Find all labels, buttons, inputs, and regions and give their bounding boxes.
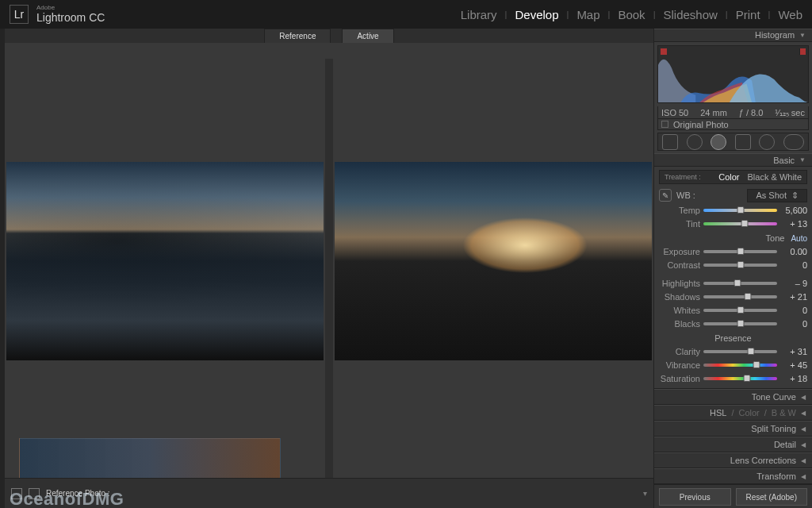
compare-tabs: Reference Active bbox=[5, 29, 653, 43]
image-viewer: Reference Active Reference Photo : ▾ Oce… bbox=[5, 29, 653, 508]
chevron-down-icon[interactable]: ▾ bbox=[643, 489, 647, 498]
contrast-label: Contrast bbox=[659, 260, 700, 270]
app-header: Lr Adobe Lightroom CC Library| Develop| … bbox=[0, 0, 812, 29]
chevron-left-icon: ◀ bbox=[801, 425, 806, 433]
section-tone-curve[interactable]: Tone Curve◀ bbox=[654, 389, 812, 405]
section-detail[interactable]: Detail◀ bbox=[654, 437, 812, 452]
exif-row: ISO 50 24 mm ƒ / 8.0 ¹⁄₁₂₅ sec bbox=[657, 106, 809, 119]
exposure-value: 0.00 bbox=[780, 247, 807, 256]
chevron-left-icon: ◀ bbox=[801, 457, 806, 464]
exposure-label: Exposure bbox=[659, 247, 700, 256]
hsl-color-label: Color bbox=[738, 408, 759, 418]
wb-select[interactable]: As Shot ⇕ bbox=[747, 189, 807, 202]
brush-tool[interactable] bbox=[783, 134, 804, 150]
shadows-value: + 21 bbox=[780, 292, 807, 302]
local-adjust-toolstrip bbox=[657, 133, 809, 151]
whites-value: 0 bbox=[780, 306, 807, 315]
checkbox-icon[interactable] bbox=[661, 121, 668, 128]
slider-saturation[interactable]: Saturation + 18 bbox=[659, 371, 807, 385]
nav-web[interactable]: Web bbox=[778, 8, 802, 21]
white-balance-picker-icon[interactable]: ✎ bbox=[659, 189, 672, 202]
contrast-value: 0 bbox=[780, 260, 807, 270]
treatment-color[interactable]: Color bbox=[718, 172, 739, 182]
slider-exposure[interactable]: Exposure 0.00 bbox=[659, 244, 807, 258]
slider-clarity[interactable]: Clarity + 31 bbox=[659, 344, 807, 358]
tone-curve-label: Tone Curve bbox=[752, 392, 796, 402]
exif-shutter: ¹⁄₁₂₅ sec bbox=[775, 108, 805, 117]
histogram-chart[interactable] bbox=[657, 45, 809, 103]
shadow-clipping-icon[interactable] bbox=[661, 48, 667, 55]
treatment-row: Treatment : Color Black & White bbox=[659, 170, 807, 184]
reset-button[interactable]: Reset (Adobe) bbox=[736, 488, 808, 506]
detail-label: Detail bbox=[774, 440, 796, 449]
nav-map[interactable]: Map bbox=[576, 8, 599, 21]
tint-label: Tint bbox=[659, 219, 700, 229]
slider-highlights[interactable]: Highlights – 9 bbox=[659, 276, 807, 290]
nav-book[interactable]: Book bbox=[618, 8, 645, 21]
brand-app: Lightroom CC bbox=[36, 12, 105, 24]
basic-label: Basic bbox=[773, 156, 795, 165]
tab-reference[interactable]: Reference bbox=[264, 29, 331, 43]
slider-contrast[interactable]: Contrast 0 bbox=[659, 258, 807, 271]
vibrance-value: + 45 bbox=[780, 360, 807, 370]
highlight-clipping-icon[interactable] bbox=[799, 48, 806, 55]
tab-active[interactable]: Active bbox=[342, 29, 393, 43]
section-lens[interactable]: Lens Corrections◀ bbox=[654, 452, 812, 468]
slider-tint[interactable]: Tint + 13 bbox=[659, 217, 807, 230]
pane-divider[interactable] bbox=[325, 59, 333, 508]
vibrance-label: Vibrance bbox=[659, 360, 700, 370]
section-transform[interactable]: Transform◀ bbox=[654, 468, 812, 484]
shadows-label: Shadows bbox=[659, 292, 700, 302]
nav-develop[interactable]: Develop bbox=[515, 8, 558, 21]
section-basic[interactable]: Basic ▼ bbox=[654, 153, 812, 167]
slider-temp[interactable]: Temp 5,600 bbox=[659, 203, 807, 217]
chevron-left-icon: ◀ bbox=[801, 441, 806, 448]
slider-shadows[interactable]: Shadows + 21 bbox=[659, 290, 807, 303]
highlights-label: Highlights bbox=[659, 279, 700, 288]
filmstrip[interactable]: Reference Photo : ▾ bbox=[5, 478, 653, 508]
nav-library[interactable]: Library bbox=[461, 8, 497, 21]
nav-slideshow[interactable]: Slideshow bbox=[663, 8, 717, 21]
treatment-label: Treatment : bbox=[665, 173, 701, 181]
redeye-tool[interactable] bbox=[710, 134, 726, 150]
section-hsl[interactable]: HSL / Color / B & W ◀ bbox=[654, 405, 812, 421]
transform-label: Transform bbox=[756, 471, 796, 481]
nav-print[interactable]: Print bbox=[736, 8, 760, 21]
graduated-tool[interactable] bbox=[735, 134, 751, 150]
exif-iso: ISO 50 bbox=[661, 108, 688, 117]
clarity-label: Clarity bbox=[659, 347, 700, 356]
split-toning-label: Split Toning bbox=[751, 424, 796, 433]
view-mode-icon[interactable] bbox=[29, 488, 40, 499]
thumbnail-overlay bbox=[19, 438, 281, 479]
temp-label: Temp bbox=[659, 206, 700, 215]
spot-tool[interactable] bbox=[687, 134, 703, 150]
crop-tool[interactable] bbox=[662, 134, 678, 150]
exif-focal: 24 mm bbox=[700, 108, 727, 117]
reference-photo[interactable] bbox=[6, 162, 324, 360]
treatment-bw[interactable]: Black & White bbox=[748, 172, 802, 182]
app-logo: Lr Adobe Lightroom CC bbox=[10, 5, 105, 24]
module-nav: Library| Develop| Map| Book| Slideshow| … bbox=[461, 8, 802, 21]
active-photo[interactable] bbox=[335, 162, 652, 360]
radial-tool[interactable] bbox=[759, 134, 775, 150]
hsl-bw-label: B & W bbox=[772, 408, 796, 418]
develop-panel: Histogram ▼ ISO 50 24 mm ƒ / 8.0 ¹⁄₁₂₅ s… bbox=[653, 29, 812, 508]
chevron-down-icon: ▼ bbox=[799, 32, 806, 39]
slider-whites[interactable]: Whites 0 bbox=[659, 303, 807, 317]
grid-toggle-icon[interactable] bbox=[11, 488, 22, 499]
logo-mark: Lr bbox=[10, 5, 29, 24]
auto-tone-button[interactable]: Auto bbox=[791, 234, 807, 243]
whites-label: Whites bbox=[659, 306, 700, 315]
saturation-label: Saturation bbox=[659, 374, 700, 383]
basic-panel: Treatment : Color Black & White ✎ WB : A… bbox=[654, 167, 812, 388]
wb-label: WB : bbox=[676, 190, 695, 200]
section-histogram[interactable]: Histogram ▼ bbox=[654, 29, 812, 42]
lens-label: Lens Corrections bbox=[730, 456, 796, 465]
slider-vibrance[interactable]: Vibrance + 45 bbox=[659, 358, 807, 371]
presence-heading: Presence bbox=[714, 333, 751, 343]
previous-button[interactable]: Previous bbox=[659, 488, 731, 506]
section-split-toning[interactable]: Split Toning◀ bbox=[654, 421, 812, 437]
temp-value: 5,600 bbox=[780, 206, 807, 215]
slider-blacks[interactable]: Blacks 0 bbox=[659, 317, 807, 330]
original-photo-row[interactable]: Original Photo bbox=[657, 119, 809, 131]
